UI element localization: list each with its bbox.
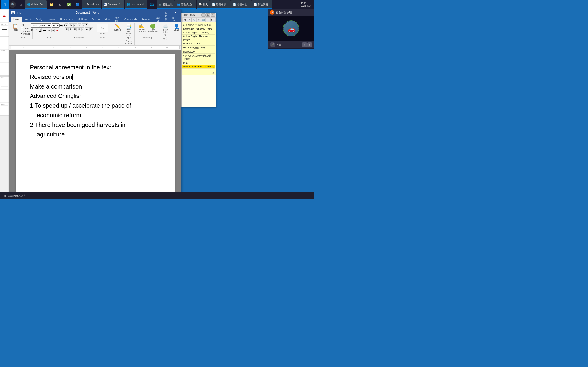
- tab-layout[interactable]: Layout: [46, 17, 58, 22]
- dict-item-10[interactable]: DLC: [182, 61, 215, 65]
- dict-back-button[interactable]: ◀: [183, 18, 187, 22]
- tab-addins[interactable]: Add-ins: [112, 17, 122, 22]
- taskbar-app-downloads[interactable]: ⬇ Downloads: [82, 0, 101, 9]
- tab-mailings[interactable]: Mailings: [75, 17, 89, 22]
- bold-button[interactable]: B: [31, 28, 35, 32]
- indent-decrease-button[interactable]: ⇤: [73, 23, 77, 27]
- start-button[interactable]: ⊞: [1, 0, 9, 9]
- numbering-button[interactable]: 1≡: [69, 23, 73, 27]
- minimize-button[interactable]: ─: [153, 9, 161, 16]
- tab-grammarly[interactable]: Grammarly: [122, 17, 139, 22]
- shading-button[interactable]: ▲: [85, 27, 89, 31]
- sort-button[interactable]: ↕: [82, 23, 85, 27]
- font-name-select[interactable]: Calibri (Body): [31, 23, 51, 27]
- taskbar-app-chrome[interactable]: 🌐 violate - Go...: [25, 0, 47, 9]
- tab-insert[interactable]: Insert: [22, 17, 33, 22]
- dict-item-4[interactable]: Collins English Thesaurus: [182, 35, 215, 38]
- dict-tool-5[interactable]: ▸▸: [211, 18, 215, 22]
- thumb-ai[interactable]: Ai Ai: [0, 10, 9, 23]
- thumb-5[interactable]: [0, 63, 9, 76]
- taskbar-app-members[interactable]: 👥 管理成员(…: [175, 0, 196, 9]
- dict-item-6[interactable]: LDOCE6++ En-Cn V3.0: [182, 42, 215, 46]
- subscript-button[interactable]: x₂: [48, 29, 51, 32]
- doc-line-2[interactable]: Revised version: [30, 73, 161, 81]
- taskbar-app-pronouns[interactable]: 🌐 pronouns.d...: [125, 0, 147, 9]
- thumb-6[interactable]: 英语2: [0, 76, 9, 89]
- share-button[interactable]: 👤 Share: [173, 23, 181, 31]
- save-baidu-button[interactable]: ☁️ 保存到百度云盘: [161, 23, 170, 37]
- dict-item-oxford[interactable]: Oxford Collocations Dictionary: [182, 65, 215, 69]
- copy-button[interactable]: 📄 Copy: [20, 27, 31, 30]
- justify-button[interactable]: ≡: [77, 27, 81, 31]
- increase-font-button[interactable]: A↑: [60, 24, 63, 27]
- dict-expand-arrow[interactable]: ›: [182, 69, 215, 72]
- thumb-8[interactable]: Step30: [0, 103, 9, 116]
- taskbar-app-doc3[interactable]: 📄 词语的搭…: [252, 0, 272, 9]
- dict-item-1[interactable]: 汉英双解词典(简体) 第 8 版: [182, 23, 215, 27]
- open-grammarly-button[interactable]: 🟢 OpenGrammarly: [147, 23, 158, 33]
- italic-button[interactable]: I: [35, 28, 37, 32]
- line-spacing-button[interactable]: ↕: [81, 27, 84, 31]
- taskbar-app-explorer[interactable]: 📁: [47, 0, 55, 9]
- tab-home[interactable]: Home: [11, 17, 22, 22]
- taskbar-app-tencent[interactable]: 📹 腾讯会议: [157, 0, 174, 9]
- dict-tool-3[interactable]: 🔤: [201, 18, 205, 22]
- taskbar-app-check[interactable]: ✅: [65, 0, 73, 9]
- tab-references[interactable]: References: [58, 17, 75, 22]
- thumb-4[interactable]: 2022-2: [0, 50, 9, 62]
- taskbar-app-doc1[interactable]: 📄 语篇中的…: [210, 0, 231, 9]
- dict-item-7[interactable]: Longman4(改自 itarcy): [182, 46, 215, 50]
- dict-close-button[interactable]: ✕: [211, 13, 215, 17]
- request-signatures-button[interactable]: ✍️ RequestSignatures: [136, 23, 147, 33]
- cut-button[interactable]: ✂ Cut: [20, 23, 31, 26]
- taskbar-app-web2[interactable]: 🌐: [148, 0, 156, 9]
- superscript-button[interactable]: x²: [52, 29, 55, 32]
- nav-left-button[interactable]: ◀: [302, 42, 307, 47]
- tab-design[interactable]: Design: [33, 17, 46, 22]
- paste-button[interactable]: 📋 Paste: [11, 23, 19, 31]
- dict-item-9[interactable]: 牛津高阶英汉双解词典(汉英+同义)‌: [182, 54, 215, 61]
- tab-tellme[interactable]: Tell me...: [170, 17, 179, 22]
- dict-item-2[interactable]: Cambridge Dictionary Online: [182, 27, 215, 31]
- dict-tool-4[interactable]: W: [206, 18, 210, 22]
- document-area[interactable]: Personal agreement in the text Revised v…: [9, 50, 182, 194]
- font-color-button[interactable]: A: [55, 28, 59, 32]
- taskbar-app-doc2[interactable]: 📄 语篇中的…: [231, 0, 251, 9]
- dict-item-8[interactable]: MWU 2020: [182, 50, 215, 54]
- dict-forward-button[interactable]: ▶: [187, 18, 191, 22]
- taskbar-app-word[interactable]: W Document1...: [102, 0, 124, 9]
- tab-acrobat[interactable]: Acrobat: [139, 17, 153, 22]
- tab-foxit[interactable]: Foxit PDF: [153, 17, 163, 22]
- close-button[interactable]: ✕: [171, 9, 180, 16]
- borders-button[interactable]: ⊞: [89, 27, 93, 31]
- taskbar-app-chat[interactable]: 💬 聊天: [197, 0, 210, 9]
- font-size-select[interactable]: 11: [52, 23, 60, 27]
- thumb-2[interactable]: 2022-2: [0, 23, 9, 36]
- underline-button[interactable]: U: [38, 28, 42, 32]
- dict-tool-1[interactable]: 🔧: [192, 18, 196, 22]
- editing-button[interactable]: ✏️ Editing: [113, 23, 122, 31]
- indent-increase-button[interactable]: ⇥: [78, 23, 81, 27]
- dict-item-5[interactable]: hytycfc: [182, 38, 215, 42]
- menu-file[interactable]: File: [17, 11, 22, 15]
- format-painter-button[interactable]: 🖌 Format Painter: [20, 30, 31, 35]
- align-center-button[interactable]: ≡: [69, 27, 73, 31]
- create-share-pdf-button[interactable]: 📑 Create and ShareAdobe PDF: [125, 23, 133, 40]
- nav-right-button[interactable]: ▶: [307, 42, 312, 47]
- search-button[interactable]: 🔍: [10, 1, 16, 8]
- thumb-3[interactable]: [0, 36, 9, 49]
- tab-baidu[interactable]: 百度云: [163, 17, 170, 22]
- taskbar-app-circle[interactable]: 🔵: [73, 0, 82, 9]
- mic-button[interactable]: 🎤: [270, 42, 275, 48]
- tab-review[interactable]: Review: [89, 17, 102, 22]
- dict-minimize-button[interactable]: ─: [201, 13, 206, 17]
- bullets-button[interactable]: ≡: [65, 23, 68, 27]
- show-marks-button[interactable]: ¶: [85, 23, 88, 27]
- taskbar-app-mail[interactable]: ✉: [56, 0, 64, 9]
- thumb-7[interactable]: [0, 90, 9, 102]
- tab-view[interactable]: View: [102, 17, 112, 22]
- dict-restore-button[interactable]: □: [206, 13, 210, 17]
- dict-tool-2[interactable]: ⚙: [197, 18, 201, 22]
- strikethrough-button[interactable]: ab: [42, 28, 47, 32]
- taskview-button[interactable]: ⧉: [17, 0, 25, 9]
